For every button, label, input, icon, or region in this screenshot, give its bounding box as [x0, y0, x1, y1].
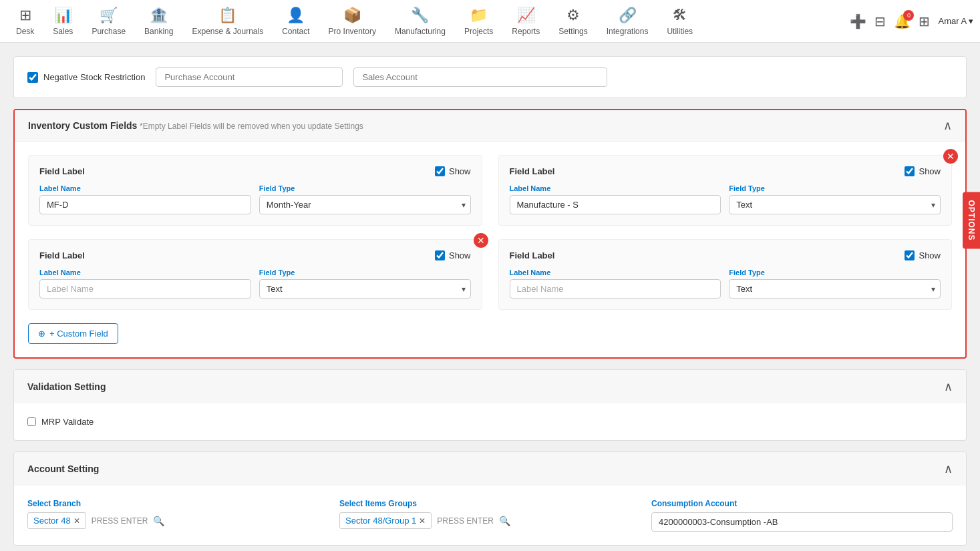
show-label-field2[interactable]: Show: [905, 166, 941, 176]
settings-label: Settings: [558, 27, 587, 36]
field-type-select-wrapper-field2: TextMonth-YearDateNumber ▾: [729, 195, 941, 214]
add-field-icon: ⊕: [38, 329, 45, 339]
pro-inventory-icon: 📦: [343, 7, 361, 24]
branch-press-enter-row: Sector 48 ✕ PRESS ENTER 🔍: [27, 512, 329, 529]
items-tag-text: Sector 48/Group 1: [345, 516, 416, 526]
label-name-label-field3: Label Name: [39, 268, 251, 277]
label-name-label-field1: Label Name: [39, 184, 251, 192]
apps-button[interactable]: ⊞: [919, 13, 930, 29]
account-collapse-button[interactable]: ∧: [944, 462, 953, 476]
account-section-header[interactable]: Account Setting ∧: [14, 452, 966, 486]
negative-stock-checkbox-label[interactable]: Negative Stock Restriction: [27, 72, 145, 83]
field-type-group-field3: Field Type TextMonth-YearDateNumber ▾: [259, 268, 471, 299]
show-checkbox-field2[interactable]: [905, 166, 915, 176]
validation-collapse-button[interactable]: ∧: [944, 379, 953, 394]
contact-label: Contact: [282, 27, 309, 36]
purchase-account-input[interactable]: [156, 67, 343, 87]
inventory-section-header: Inventory Custom Fields *Empty Label Fie…: [15, 110, 965, 142]
account-title: Account Setting: [27, 464, 99, 474]
label-name-input-field2[interactable]: [510, 195, 721, 214]
items-tag-close[interactable]: ✕: [419, 516, 426, 526]
field-type-select-wrapper-field4: TextMonth-YearDateNumber ▾: [729, 279, 941, 299]
branch-search-button[interactable]: 🔍: [153, 516, 164, 526]
items-press-enter-label: PRESS ENTER: [437, 516, 494, 526]
field-type-select-field4[interactable]: TextMonth-YearDateNumber: [729, 279, 941, 299]
validation-title: Validation Setting: [27, 381, 106, 392]
field-subrow-field3: Label Name Field Type TextMonth-YearDate…: [39, 268, 471, 299]
pro-inventory-label: Pro Inventory: [329, 27, 376, 36]
nav-item-sales[interactable]: 📊 Sales: [43, 7, 82, 36]
reports-label: Reports: [512, 27, 540, 36]
account-section-body: Select Branch Sector 48 ✕ PRESS ENTER 🔍: [14, 486, 966, 545]
grid-button[interactable]: ⊟: [874, 13, 886, 29]
consumption-input[interactable]: [651, 512, 953, 532]
branch-tag-row: Sector 48 ✕: [27, 512, 86, 529]
field-label-row-field4: Field Label Show: [510, 250, 941, 260]
desk-icon: ⊞: [19, 7, 31, 24]
options-tab[interactable]: OPTIONS: [963, 192, 980, 248]
field-label-row-field1: Field Label Show: [39, 166, 471, 176]
nav-item-reports[interactable]: 📈 Reports: [502, 7, 549, 36]
nav-item-expense[interactable]: 📋 Expense & Journals: [182, 7, 273, 36]
branch-tag: Sector 48 ✕: [27, 512, 86, 529]
nav-item-desk[interactable]: ⊞ Desk: [7, 7, 43, 36]
nav-item-utilities[interactable]: 🛠 Utilities: [657, 7, 702, 36]
consumption-label: Consumption Account: [651, 499, 953, 508]
items-tag: Sector 48/Group 1 ✕: [339, 512, 432, 529]
show-label-field1[interactable]: Show: [435, 166, 471, 176]
inventory-section-body: Field Label Show Label Name Field Type T…: [15, 142, 965, 357]
field-type-group-field1: Field Type TextMonth-YearDateNumber ▾: [259, 184, 471, 214]
nav-item-integrations[interactable]: 🔗 Integrations: [597, 7, 658, 36]
add-button[interactable]: ➕: [850, 13, 866, 29]
field-type-select-wrapper-field3: TextMonth-YearDateNumber ▾: [259, 279, 471, 299]
user-menu[interactable]: Amar A ▾: [938, 16, 973, 26]
negative-stock-checkbox[interactable]: [27, 72, 38, 83]
field-subrow-field2: Label Name Field Type TextMonth-YearDate…: [510, 184, 941, 214]
sales-icon: 📊: [54, 7, 72, 24]
select-items-group: Select Items Groups Sector 48/Group 1 ✕ …: [339, 499, 641, 532]
field-type-select-field2[interactable]: TextMonth-YearDateNumber: [729, 195, 941, 214]
nav-item-banking[interactable]: 🏦 Banking: [135, 7, 182, 36]
banking-icon: 🏦: [150, 7, 168, 24]
delete-field-field2-button[interactable]: ✕: [943, 149, 958, 164]
show-checkbox-field4[interactable]: [905, 250, 915, 260]
nav-item-contact[interactable]: 👤 Contact: [273, 7, 319, 36]
field-card-field1: Field Label Show Label Name Field Type T…: [28, 155, 482, 226]
mrp-validate-checkbox[interactable]: [27, 417, 36, 426]
nav-item-pro-inventory[interactable]: 📦 Pro Inventory: [319, 7, 385, 36]
nav-actions: ➕ ⊟ 🔔 0 ⊞ Amar A ▾: [850, 13, 973, 29]
purchase-icon: 🛒: [100, 7, 118, 24]
label-name-input-field1[interactable]: [39, 195, 251, 214]
settings-icon: ⚙: [566, 7, 580, 24]
nav-item-manufacturing[interactable]: 🔧 Manufacturing: [385, 7, 455, 36]
label-name-input-field4[interactable]: [510, 279, 721, 299]
show-checkbox-field3[interactable]: [435, 250, 445, 260]
field-type-select-wrapper-field1: TextMonth-YearDateNumber ▾: [259, 195, 471, 214]
label-name-input-field3[interactable]: [39, 279, 251, 299]
add-field-label: + Custom Field: [49, 329, 108, 339]
field-type-select-field3[interactable]: TextMonth-YearDateNumber: [259, 279, 471, 299]
notification-button[interactable]: 🔔 0: [894, 13, 911, 29]
field-card-field4: Field Label Show Label Name Field Type T…: [498, 239, 953, 310]
show-label-field4[interactable]: Show: [905, 250, 941, 260]
items-search-button[interactable]: 🔍: [499, 516, 510, 526]
field-card-field2: ✕ Field Label Show Label Name Field Type: [498, 155, 953, 226]
contact-icon: 👤: [287, 7, 305, 24]
nav-item-projects[interactable]: 📁 Projects: [455, 7, 502, 36]
branch-tag-close[interactable]: ✕: [73, 516, 80, 526]
inventory-collapse-button[interactable]: ∧: [943, 118, 952, 133]
sales-label: Sales: [53, 27, 73, 36]
delete-field-field3-button[interactable]: ✕: [474, 233, 488, 248]
add-custom-field-button[interactable]: ⊕ + Custom Field: [28, 323, 118, 344]
label-name-label-field2: Label Name: [510, 184, 721, 192]
validation-section-header[interactable]: Validation Setting ∧: [14, 370, 966, 403]
field-label-row-field3: Field Label Show: [39, 250, 471, 260]
banking-label: Banking: [144, 27, 173, 36]
sales-account-input[interactable]: [353, 67, 607, 87]
nav-item-purchase[interactable]: 🛒 Purchase: [82, 7, 135, 36]
manufacturing-label: Manufacturing: [395, 27, 446, 36]
field-type-select-field1[interactable]: TextMonth-YearDateNumber: [259, 195, 471, 214]
show-checkbox-field1[interactable]: [435, 166, 445, 176]
show-label-field3[interactable]: Show: [435, 250, 471, 260]
nav-item-settings[interactable]: ⚙ Settings: [549, 7, 597, 36]
